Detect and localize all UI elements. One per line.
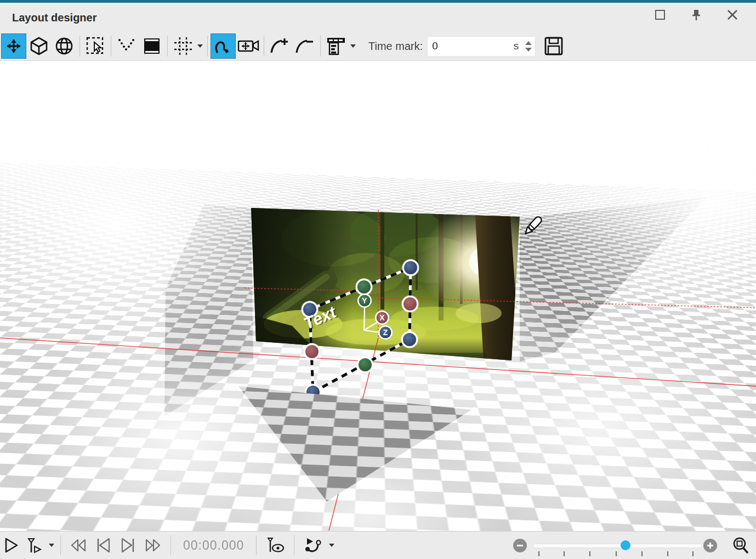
zoom-tick [564, 551, 565, 556]
toolbar-separator [207, 36, 208, 57]
time-mark-unit: s [514, 40, 519, 52]
time-mark-value[interactable]: 0 [432, 40, 514, 52]
camera-pan-icon [237, 36, 260, 57]
play-from-marker-icon [27, 537, 43, 554]
image-object[interactable] [251, 208, 520, 360]
zoom-tick [667, 551, 668, 556]
main-toolbar: Time mark: 0 s [0, 32, 756, 61]
titlebar[interactable]: Layout designer [0, 0, 756, 32]
play-path-icon [303, 537, 323, 554]
layers-icon [141, 36, 162, 57]
chevron-down-icon [328, 543, 335, 547]
time-display: 00:00.000 [183, 538, 244, 553]
zoom-slider-thumb[interactable] [621, 540, 630, 550]
grid-tool-button[interactable] [170, 33, 196, 59]
remove-curve-point-icon [294, 36, 316, 57]
keyframe-table-icon [325, 35, 347, 57]
pin-icon [690, 9, 702, 21]
toolbar-separator [111, 36, 111, 57]
spinner-down-icon[interactable] [525, 48, 532, 52]
window-title: Layout designer [12, 12, 96, 24]
transport-separator [170, 535, 171, 555]
transport-bar: 00:00.000 [0, 531, 756, 559]
zoom-tick [641, 551, 643, 556]
spinner-up-icon[interactable] [525, 41, 532, 45]
zoom-controls [504, 532, 756, 559]
zoom-tick [538, 551, 539, 556]
save-icon [543, 36, 564, 57]
play-path-dropdown[interactable] [327, 533, 336, 557]
add-curve-point-button[interactable] [267, 33, 292, 59]
next-frame-icon [120, 537, 136, 554]
play-options-dropdown[interactable] [47, 533, 56, 557]
toolbar-separator [79, 36, 80, 57]
cube-icon [29, 36, 49, 57]
transport-separator [60, 535, 61, 555]
accent-stripe [0, 0, 756, 3]
zoom-tick [616, 551, 617, 556]
forest-image [251, 208, 520, 360]
zoom-fit-button[interactable] [728, 535, 754, 557]
select-icon [85, 36, 106, 57]
next-frame-button[interactable] [116, 534, 140, 556]
transport-separator [256, 535, 257, 555]
zoom-in-icon-vbar [709, 543, 711, 549]
camera-pan-tool-button[interactable] [236, 33, 261, 59]
globe-icon [54, 36, 75, 57]
move-icon [3, 36, 24, 57]
grid-icon [173, 36, 194, 57]
play-from-marker-button[interactable] [23, 534, 47, 556]
play-icon [4, 537, 19, 554]
layout-canvas[interactable]: Y X Z Text Text [0, 61, 756, 531]
marker-visibility-button[interactable] [261, 534, 289, 556]
zoom-in-button[interactable] [703, 539, 717, 552]
motion-path-icon [213, 36, 234, 57]
skip-back-button[interactable] [65, 534, 92, 556]
time-mark-spinner [522, 41, 535, 52]
marker-visibility-icon [265, 537, 286, 554]
time-mark-label: Time mark: [368, 40, 423, 53]
zoom-fit-icon [732, 537, 751, 555]
layout-designer-window: Layout designer [0, 0, 756, 559]
layers-tool-button[interactable] [139, 33, 164, 59]
globe-tool-button[interactable] [52, 33, 77, 59]
skip-forward-button[interactable] [140, 534, 166, 556]
motion-path-tool-button[interactable] [211, 33, 236, 59]
zoom-tick [692, 551, 694, 556]
toolbar-separator [320, 36, 321, 57]
keyframe-table-button[interactable] [323, 33, 349, 59]
chevron-down-icon [350, 44, 356, 48]
skip-back-icon [69, 538, 88, 553]
toolbar-separator [264, 36, 264, 57]
zoom-tick [589, 551, 590, 556]
transport-separator [294, 535, 294, 555]
curve-points-tool-button[interactable] [114, 33, 139, 59]
prev-frame-icon [95, 537, 112, 554]
toolbar-separator [167, 36, 168, 57]
pin-button[interactable] [689, 8, 703, 22]
select-tool-button[interactable] [83, 33, 108, 59]
curve-points-icon [116, 36, 137, 57]
remove-curve-point-button[interactable] [292, 33, 317, 59]
zoom-out-icon [517, 545, 523, 546]
cube-3d-tool-button[interactable] [26, 33, 52, 59]
zoom-out-button[interactable] [513, 539, 527, 552]
grid-dropdown-button[interactable] [196, 34, 204, 58]
maximize-icon [654, 9, 666, 21]
window-controls [653, 8, 740, 22]
play-button[interactable] [0, 534, 23, 556]
close-button[interactable] [725, 8, 740, 22]
save-button[interactable] [541, 33, 566, 59]
close-icon [726, 9, 738, 21]
play-path-button[interactable] [299, 534, 327, 556]
move-tool-button[interactable] [1, 33, 26, 59]
chevron-down-icon [48, 543, 55, 547]
keyframe-table-dropdown-button[interactable] [349, 34, 357, 58]
add-curve-point-icon [269, 36, 291, 57]
prev-frame-button[interactable] [92, 534, 116, 556]
time-mark-input[interactable]: 0 s [427, 36, 536, 57]
chevron-down-icon [197, 44, 203, 48]
zoom-slider-track[interactable] [533, 544, 702, 548]
skip-forward-icon [144, 538, 162, 553]
maximize-button[interactable] [653, 8, 667, 22]
